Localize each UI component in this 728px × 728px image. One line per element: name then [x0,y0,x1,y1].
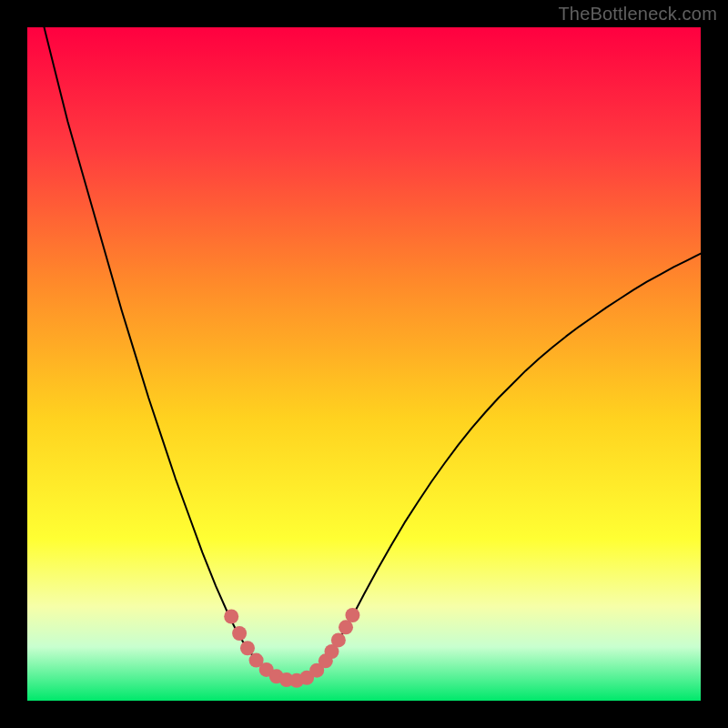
data-marker [224,610,238,624]
chart-frame: TheBottleneck.com [0,0,728,728]
data-marker [232,626,247,641]
data-marker [240,641,255,655]
data-marker [331,632,346,647]
watermark-text: TheBottleneck.com [558,4,717,25]
bottleneck-curve-plot [27,27,701,701]
data-marker [345,608,359,622]
gradient-background [27,27,701,701]
